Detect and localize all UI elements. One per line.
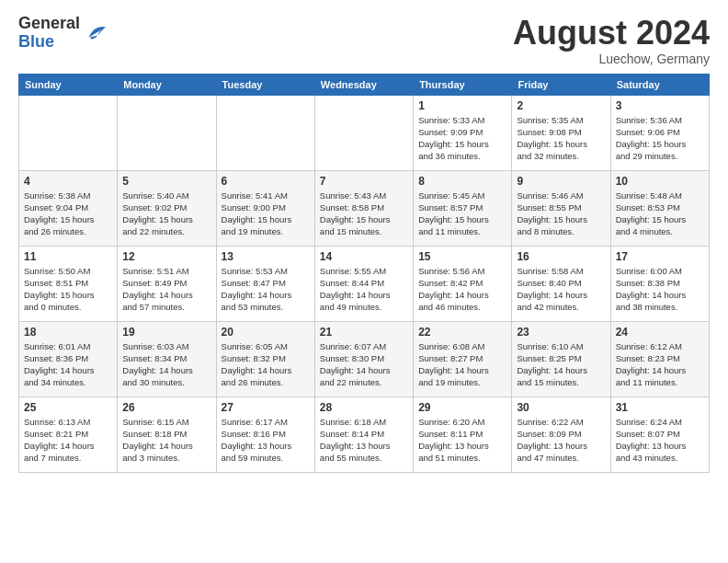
day-number: 20 — [222, 326, 310, 339]
day-number: 13 — [222, 250, 310, 263]
day-number: 2 — [517, 99, 605, 112]
calendar-cell — [216, 95, 314, 170]
calendar-cell: 27Sunrise: 6:17 AM Sunset: 8:16 PM Dayli… — [216, 396, 314, 472]
day-number: 14 — [320, 250, 408, 263]
day-number: 26 — [122, 401, 210, 414]
calendar-cell: 7Sunrise: 5:43 AM Sunset: 8:58 PM Daylig… — [314, 170, 413, 246]
calendar-cell: 22Sunrise: 6:08 AM Sunset: 8:27 PM Dayli… — [414, 321, 512, 396]
location: Luechow, Germany — [513, 52, 710, 66]
day-number: 27 — [222, 401, 310, 414]
calendar-cell — [118, 95, 216, 170]
calendar-cell: 9Sunrise: 5:46 AM Sunset: 8:55 PM Daylig… — [512, 170, 610, 246]
logo-general-text: General — [18, 14, 80, 32]
day-info: Sunrise: 6:03 AM Sunset: 8:34 PM Dayligh… — [122, 340, 210, 389]
day-info: Sunrise: 6:22 AM Sunset: 8:09 PM Dayligh… — [517, 416, 605, 465]
day-number: 30 — [517, 401, 605, 414]
calendar-cell: 5Sunrise: 5:40 AM Sunset: 9:02 PM Daylig… — [118, 170, 216, 246]
calendar-cell: 13Sunrise: 5:53 AM Sunset: 8:47 PM Dayli… — [216, 246, 314, 321]
day-number: 3 — [616, 99, 704, 112]
day-info: Sunrise: 5:45 AM Sunset: 8:57 PM Dayligh… — [418, 190, 506, 238]
day-info: Sunrise: 5:55 AM Sunset: 8:44 PM Dayligh… — [320, 265, 408, 314]
day-number: 22 — [418, 326, 506, 339]
calendar-cell: 18Sunrise: 6:01 AM Sunset: 8:36 PM Dayli… — [19, 321, 118, 396]
day-number: 24 — [616, 326, 704, 339]
calendar-cell: 1Sunrise: 5:33 AM Sunset: 9:09 PM Daylig… — [414, 95, 512, 170]
logo-bird-icon — [82, 20, 108, 46]
calendar-cell: 15Sunrise: 5:56 AM Sunset: 8:42 PM Dayli… — [414, 246, 512, 321]
calendar-week-2: 4Sunrise: 5:38 AM Sunset: 9:04 PM Daylig… — [19, 170, 710, 246]
calendar-week-1: 1Sunrise: 5:33 AM Sunset: 9:09 PM Daylig… — [19, 95, 710, 170]
day-info: Sunrise: 5:41 AM Sunset: 9:00 PM Dayligh… — [222, 190, 310, 238]
calendar-cell: 30Sunrise: 6:22 AM Sunset: 8:09 PM Dayli… — [512, 396, 610, 472]
calendar-cell: 16Sunrise: 5:58 AM Sunset: 8:40 PM Dayli… — [512, 246, 610, 321]
day-info: Sunrise: 5:58 AM Sunset: 8:40 PM Dayligh… — [517, 265, 605, 314]
calendar-cell: 10Sunrise: 5:48 AM Sunset: 8:53 PM Dayli… — [610, 170, 709, 246]
calendar-cell: 8Sunrise: 5:45 AM Sunset: 8:57 PM Daylig… — [414, 170, 512, 246]
calendar-cell: 19Sunrise: 6:03 AM Sunset: 8:34 PM Dayli… — [118, 321, 216, 396]
day-info: Sunrise: 5:51 AM Sunset: 8:49 PM Dayligh… — [122, 265, 210, 314]
calendar-cell: 25Sunrise: 6:13 AM Sunset: 8:21 PM Dayli… — [19, 396, 118, 472]
day-info: Sunrise: 6:20 AM Sunset: 8:11 PM Dayligh… — [418, 416, 506, 465]
day-info: Sunrise: 6:12 AM Sunset: 8:23 PM Dayligh… — [616, 340, 704, 389]
day-number: 11 — [24, 250, 112, 263]
day-info: Sunrise: 5:43 AM Sunset: 8:58 PM Dayligh… — [320, 190, 408, 238]
calendar-cell — [314, 95, 413, 170]
day-number: 15 — [418, 250, 506, 263]
day-number: 17 — [616, 250, 704, 263]
day-number: 5 — [122, 175, 210, 188]
day-number: 10 — [616, 175, 704, 188]
day-info: Sunrise: 6:00 AM Sunset: 8:38 PM Dayligh… — [616, 265, 704, 314]
day-number: 18 — [24, 326, 112, 339]
day-number: 25 — [24, 401, 112, 414]
day-info: Sunrise: 6:07 AM Sunset: 8:30 PM Dayligh… — [320, 340, 408, 389]
logo: General Blue — [18, 15, 108, 52]
calendar-cell: 31Sunrise: 6:24 AM Sunset: 8:07 PM Dayli… — [610, 396, 709, 472]
day-number: 21 — [320, 326, 408, 339]
day-number: 29 — [418, 401, 506, 414]
day-info: Sunrise: 5:56 AM Sunset: 8:42 PM Dayligh… — [418, 265, 506, 314]
day-number: 28 — [320, 401, 408, 414]
calendar-cell: 20Sunrise: 6:05 AM Sunset: 8:32 PM Dayli… — [216, 321, 314, 396]
calendar-cell: 2Sunrise: 5:35 AM Sunset: 9:08 PM Daylig… — [512, 95, 610, 170]
day-info: Sunrise: 6:24 AM Sunset: 8:07 PM Dayligh… — [616, 416, 704, 465]
day-info: Sunrise: 5:50 AM Sunset: 8:51 PM Dayligh… — [24, 265, 112, 314]
calendar-cell: 29Sunrise: 6:20 AM Sunset: 8:11 PM Dayli… — [414, 396, 512, 472]
day-info: Sunrise: 5:36 AM Sunset: 9:06 PM Dayligh… — [616, 114, 704, 163]
calendar-week-4: 18Sunrise: 6:01 AM Sunset: 8:36 PM Dayli… — [19, 321, 710, 396]
weekday-header-row: SundayMondayTuesdayWednesdayThursdayFrid… — [19, 74, 710, 95]
calendar-table: SundayMondayTuesdayWednesdayThursdayFrid… — [18, 74, 710, 473]
month-title: August 2024 — [513, 15, 710, 52]
weekday-header-wednesday: Wednesday — [314, 74, 413, 95]
calendar-cell: 14Sunrise: 5:55 AM Sunset: 8:44 PM Dayli… — [314, 246, 413, 321]
day-info: Sunrise: 5:48 AM Sunset: 8:53 PM Dayligh… — [616, 190, 704, 238]
header: General Blue August 2024 Luechow, German… — [18, 15, 710, 66]
day-info: Sunrise: 6:08 AM Sunset: 8:27 PM Dayligh… — [418, 340, 506, 389]
logo-blue-text: Blue — [18, 32, 54, 51]
calendar-cell: 21Sunrise: 6:07 AM Sunset: 8:30 PM Dayli… — [314, 321, 413, 396]
day-number: 7 — [320, 175, 408, 188]
day-number: 4 — [24, 175, 112, 188]
day-number: 31 — [616, 401, 704, 414]
day-info: Sunrise: 5:33 AM Sunset: 9:09 PM Dayligh… — [418, 114, 506, 163]
weekday-header-sunday: Sunday — [19, 74, 118, 95]
weekday-header-tuesday: Tuesday — [216, 74, 314, 95]
calendar-week-3: 11Sunrise: 5:50 AM Sunset: 8:51 PM Dayli… — [19, 246, 710, 321]
calendar-cell: 24Sunrise: 6:12 AM Sunset: 8:23 PM Dayli… — [610, 321, 709, 396]
calendar-cell: 12Sunrise: 5:51 AM Sunset: 8:49 PM Dayli… — [118, 246, 216, 321]
day-number: 19 — [122, 326, 210, 339]
day-info: Sunrise: 5:53 AM Sunset: 8:47 PM Dayligh… — [222, 265, 310, 314]
day-number: 6 — [222, 175, 310, 188]
calendar-cell: 11Sunrise: 5:50 AM Sunset: 8:51 PM Dayli… — [19, 246, 118, 321]
calendar-cell: 23Sunrise: 6:10 AM Sunset: 8:25 PM Dayli… — [512, 321, 610, 396]
day-info: Sunrise: 5:38 AM Sunset: 9:04 PM Dayligh… — [24, 190, 112, 238]
day-info: Sunrise: 6:15 AM Sunset: 8:18 PM Dayligh… — [122, 416, 210, 465]
day-info: Sunrise: 6:01 AM Sunset: 8:36 PM Dayligh… — [24, 340, 112, 389]
calendar-cell: 3Sunrise: 5:36 AM Sunset: 9:06 PM Daylig… — [610, 95, 709, 170]
day-info: Sunrise: 5:40 AM Sunset: 9:02 PM Dayligh… — [122, 190, 210, 238]
calendar-cell: 6Sunrise: 5:41 AM Sunset: 9:00 PM Daylig… — [216, 170, 314, 246]
day-info: Sunrise: 6:18 AM Sunset: 8:14 PM Dayligh… — [320, 416, 408, 465]
calendar-cell — [19, 95, 118, 170]
day-info: Sunrise: 6:05 AM Sunset: 8:32 PM Dayligh… — [222, 340, 310, 389]
day-number: 1 — [418, 99, 506, 112]
day-number: 12 — [122, 250, 210, 263]
